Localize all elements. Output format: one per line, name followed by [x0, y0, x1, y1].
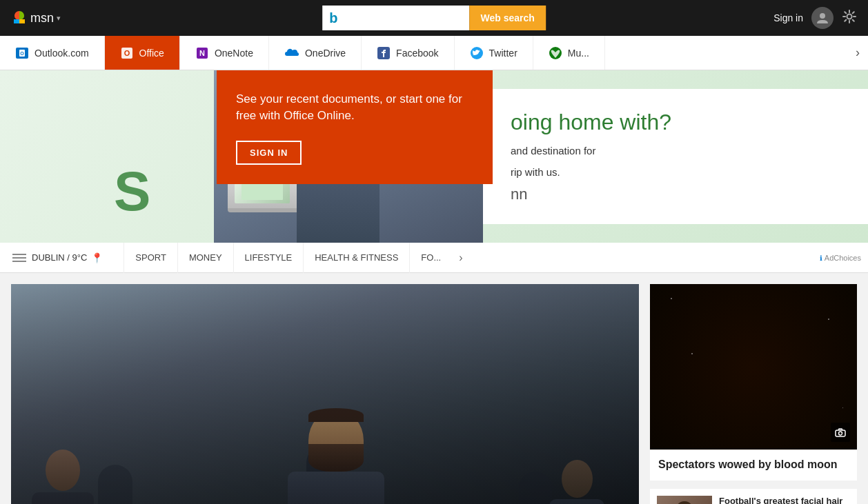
search-button[interactable]: Web search	[469, 6, 545, 30]
tab-twitter-label: Twitter	[489, 48, 517, 59]
blood-moon-image	[650, 284, 857, 450]
logo-area: msn ▾	[11, 10, 61, 26]
twitter-icon	[470, 46, 484, 60]
banner-subtext1: and destination for	[511, 143, 840, 159]
top-bar-right: Sign in	[773, 7, 857, 29]
banner-partial-s: S	[114, 160, 150, 223]
navigation-tabs: O Outlook.com O Office N OneNote OneDriv…	[0, 36, 868, 70]
svg-text:O: O	[20, 51, 24, 56]
category-money[interactable]: MONEY	[177, 243, 233, 273]
category-sport[interactable]: SPORT	[124, 243, 177, 273]
gradient-overlay	[11, 284, 639, 504]
tab-onedrive[interactable]: OneDrive	[269, 36, 362, 70]
weather-categories-bar: DUBLIN / 9°C 📍 SPORT MONEY LIFESTYLE HEA…	[0, 243, 868, 273]
tab-office-label: Office	[139, 48, 164, 59]
tab-outlook-label: Outlook.com	[34, 48, 89, 59]
blood-moon-article[interactable]: Spectators wowed by blood moon	[650, 284, 857, 481]
weather-lines-icon	[11, 251, 28, 265]
onenote-icon: N	[195, 46, 209, 60]
tab-xbox[interactable]: Mu...	[533, 36, 605, 70]
tab-onenote[interactable]: N OneNote	[180, 36, 269, 70]
category-lifestyle[interactable]: LIFESTYLE	[233, 243, 304, 273]
nav-tabs-more-button[interactable]: ›	[847, 36, 868, 70]
tab-office[interactable]: O Office	[105, 36, 180, 70]
blood-moon-caption: Spectators wowed by blood moon	[650, 450, 857, 481]
weather-location-temp: DUBLIN / 9°C	[32, 252, 87, 263]
search-bar: b Web search	[322, 6, 546, 30]
banner-text-section: oing home with? and destination for rip …	[483, 89, 868, 224]
news-categories: SPORT MONEY LIFESTYLE HEALTH & FITNESS F…	[124, 243, 857, 273]
facial-hair-title: Football's greatest facial hair	[719, 496, 842, 504]
msn-butterfly-icon	[11, 10, 28, 26]
svg-text:O: O	[124, 49, 130, 57]
ad-choices-icon: ℹ	[820, 254, 822, 262]
sign-in-text[interactable]: Sign in	[773, 12, 803, 23]
svg-point-1	[847, 14, 852, 19]
search-input[interactable]	[342, 12, 462, 23]
bing-logo-icon: b	[329, 10, 337, 26]
gear-svg	[842, 9, 857, 24]
stars	[650, 284, 857, 450]
categories-more-button[interactable]: ›	[452, 252, 469, 264]
svg-text:N: N	[199, 49, 205, 57]
banner-subtext2: rip with us.	[511, 165, 840, 181]
svg-point-0	[820, 13, 825, 19]
main-article[interactable]: The best quotes from Roy Keane's The Sec…	[11, 284, 639, 504]
category-health[interactable]: HEALTH & FITNESS	[303, 243, 409, 273]
facial-hair-text: Football's greatest facial hair	[719, 496, 842, 504]
tab-outlook[interactable]: O Outlook.com	[0, 36, 105, 70]
msn-text: msn	[30, 11, 54, 26]
person-icon	[816, 11, 829, 25]
facebook-icon	[377, 46, 391, 60]
tab-facebook-label: Facebook	[396, 48, 438, 59]
camera-icon	[835, 427, 846, 437]
tab-onenote-label: OneNote	[215, 48, 253, 59]
category-fo[interactable]: FO...	[409, 243, 452, 273]
msn-dropdown-arrow[interactable]: ▾	[57, 14, 61, 23]
facial-hair-image	[657, 496, 712, 504]
office-dropdown-text: See your recent documents, or start one …	[236, 91, 473, 124]
banner-brand: nn	[511, 185, 840, 203]
office-icon: O	[120, 46, 134, 60]
msn-logo[interactable]: msn ▾	[11, 10, 61, 26]
location-pin-icon[interactable]: 📍	[91, 252, 103, 263]
top-navigation-bar: msn ▾ b Web search Sign in	[0, 0, 868, 36]
camera-icon-badge	[831, 423, 850, 442]
outlook-icon: O	[15, 46, 29, 60]
tab-xbox-label: Mu...	[568, 48, 589, 59]
user-avatar[interactable]	[811, 7, 834, 29]
office-dropdown-popup: See your recent documents, or start one …	[217, 70, 493, 184]
football-facial-hair-article[interactable]: Football's greatest facial hair	[650, 489, 857, 504]
ad-choices-label[interactable]: ℹ AdChoices	[820, 254, 861, 262]
settings-icon[interactable]	[842, 9, 857, 28]
tab-twitter[interactable]: Twitter	[455, 36, 533, 70]
weather-info: DUBLIN / 9°C 📍	[32, 252, 103, 263]
search-input-container: b	[322, 6, 469, 30]
articles-section: The best quotes from Roy Keane's The Sec…	[0, 273, 868, 504]
banner-headline: oing home with?	[511, 110, 840, 135]
side-articles-panel: Spectators wowed by blood moon Football'…	[650, 284, 857, 504]
facial-hair-img-bg	[657, 496, 712, 504]
tab-onedrive-label: OneDrive	[305, 48, 346, 59]
office-sign-in-button[interactable]: SIGN IN	[236, 141, 302, 165]
onedrive-icon	[284, 48, 299, 59]
xbox-icon	[549, 46, 562, 60]
blood-moon-title: Spectators wowed by blood moon	[658, 458, 849, 472]
svg-point-16	[839, 432, 842, 435]
tab-facebook[interactable]: Facebook	[362, 36, 454, 70]
main-article-background	[11, 284, 639, 504]
